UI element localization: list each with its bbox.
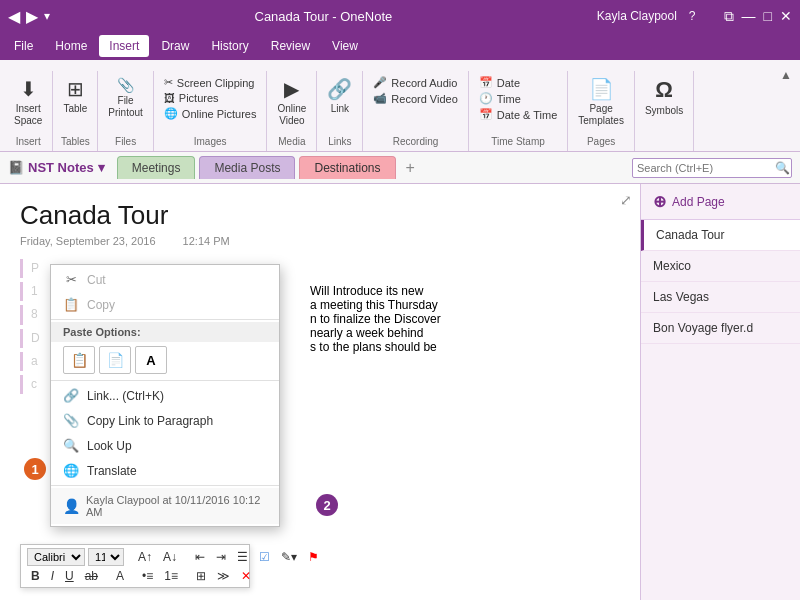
- search-box[interactable]: 🔍: [632, 158, 792, 178]
- help-button[interactable]: ?: [689, 9, 696, 23]
- font-size-select[interactable]: 11: [88, 548, 124, 566]
- ctx-copy[interactable]: 📋 Copy: [51, 292, 279, 317]
- ribbon-group-pages-label: Pages: [574, 136, 628, 151]
- add-page-button[interactable]: ⊕ Add Page: [641, 184, 800, 220]
- record-video-button[interactable]: 📹 Record Video: [369, 91, 461, 106]
- paste-btn-2[interactable]: 📄: [99, 346, 131, 374]
- record-audio-button[interactable]: 🎤 Record Audio: [369, 75, 461, 90]
- table-button[interactable]: ⊞ Table: [59, 75, 91, 117]
- link-button[interactable]: 🔗 Link: [323, 75, 356, 117]
- user-name: Kayla Claypool: [597, 9, 677, 23]
- menu-review[interactable]: Review: [261, 35, 320, 57]
- look-up-icon: 🔍: [63, 438, 79, 453]
- menu-view[interactable]: View: [322, 35, 368, 57]
- font-color-button[interactable]: A: [112, 568, 128, 584]
- style-button[interactable]: ✎▾: [277, 549, 301, 565]
- menu-bar: File Home Insert Draw History Review Vie…: [0, 32, 800, 60]
- list-button[interactable]: ☰: [233, 549, 252, 565]
- ribbon-group-files-label: Files: [104, 136, 146, 151]
- add-tab-button[interactable]: +: [400, 159, 421, 177]
- page-templates-button[interactable]: 📄 PageTemplates: [574, 75, 628, 129]
- bubble-1-container: 1: [24, 458, 46, 480]
- increase-font-button[interactable]: A↑: [134, 549, 156, 565]
- more-button[interactable]: ▾: [44, 9, 50, 23]
- minimize-button[interactable]: —: [742, 8, 756, 25]
- add-page-label: Add Page: [672, 195, 725, 209]
- notebook-name: NST Notes: [28, 160, 94, 175]
- ctx-author: 👤 Kayla Claypool at 10/11/2016 10:12 AM: [51, 488, 279, 524]
- insert-space-button[interactable]: ⬇ InsertSpace: [10, 75, 46, 129]
- flag-button[interactable]: ⚑: [304, 549, 323, 565]
- ribbon-collapse-button[interactable]: ▲: [776, 64, 796, 86]
- ctx-translate[interactable]: 🌐 Translate: [51, 458, 279, 483]
- more-button-fmt[interactable]: ≫: [213, 568, 234, 584]
- maximize-button[interactable]: □: [764, 8, 772, 25]
- copy-link-icon: 📎: [63, 413, 79, 428]
- strikethrough-button[interactable]: ab: [81, 568, 102, 584]
- ctx-cut[interactable]: ✂ Cut: [51, 267, 279, 292]
- page-title: Canada Tour: [20, 200, 620, 231]
- datetime-button[interactable]: 📅 Date & Time: [475, 107, 562, 122]
- body-line-3: n to finalize the Discover: [310, 312, 620, 326]
- close-button[interactable]: ✕: [780, 8, 792, 25]
- italic-button[interactable]: I: [47, 568, 58, 584]
- decrease-font-button[interactable]: A↓: [159, 549, 181, 565]
- paste-btn-1[interactable]: 📋: [63, 346, 95, 374]
- back-button[interactable]: ◀: [8, 7, 20, 26]
- sidebar-page-canada-tour[interactable]: Canada Tour: [641, 220, 800, 251]
- file-printout-button[interactable]: 📎 FilePrintout: [104, 75, 146, 121]
- add-page-icon: ⊕: [653, 192, 666, 211]
- indent-button[interactable]: ⇥: [212, 549, 230, 565]
- sidebar-page-mexico[interactable]: Mexico: [641, 251, 800, 282]
- tab-meetings[interactable]: Meetings: [117, 156, 196, 179]
- search-input[interactable]: [637, 162, 775, 174]
- menu-file[interactable]: File: [4, 35, 43, 57]
- ribbon-group-media: ▶ OnlineVideo Media: [267, 71, 317, 151]
- bold-button[interactable]: B: [27, 568, 44, 584]
- table-icon: ⊞: [67, 77, 84, 101]
- font-select[interactable]: Calibri: [27, 548, 85, 566]
- notebook-title[interactable]: 📓 NST Notes ▾: [8, 160, 105, 175]
- outdent-button[interactable]: ⇤: [191, 549, 209, 565]
- table-fmt-button[interactable]: ⊞: [192, 568, 210, 584]
- link-icon: 🔗: [327, 77, 352, 101]
- ribbon-group-images: ✂ Screen Clipping 🖼 Pictures 🌐 Online Pi…: [154, 71, 268, 151]
- numbering-button[interactable]: 1≡: [160, 568, 182, 584]
- underline-button[interactable]: U: [61, 568, 78, 584]
- title-bar: ◀ ▶ ▾ Canada Tour - OneNote Kayla Claypo…: [0, 0, 800, 32]
- menu-history[interactable]: History: [201, 35, 258, 57]
- menu-home[interactable]: Home: [45, 35, 97, 57]
- restore-button[interactable]: ⧉: [724, 8, 734, 25]
- pictures-button[interactable]: 🖼 Pictures: [160, 91, 261, 105]
- sidebar-page-bon-voyage[interactable]: Bon Voyage flyer.d: [641, 313, 800, 344]
- menu-draw[interactable]: Draw: [151, 35, 199, 57]
- symbols-button[interactable]: Ω Symbols: [641, 75, 687, 119]
- expand-button[interactable]: ⤢: [620, 192, 632, 208]
- search-icon[interactable]: 🔍: [775, 161, 790, 175]
- check-button[interactable]: ☑: [255, 549, 274, 565]
- time-button[interactable]: 🕐 Time: [475, 91, 562, 106]
- clear-button[interactable]: ✕: [237, 568, 255, 584]
- menu-insert[interactable]: Insert: [99, 35, 149, 57]
- online-video-button[interactable]: ▶ OnlineVideo: [273, 75, 310, 129]
- tab-destinations[interactable]: Destinations: [299, 156, 395, 179]
- date-button[interactable]: 📅 Date: [475, 75, 562, 90]
- tab-media-posts[interactable]: Media Posts: [199, 156, 295, 179]
- symbols-icon: Ω: [655, 77, 673, 103]
- ctx-link[interactable]: 🔗 Link... (Ctrl+K): [51, 383, 279, 408]
- online-video-icon: ▶: [284, 77, 299, 101]
- sidebar-page-las-vegas[interactable]: Las Vegas: [641, 282, 800, 313]
- format-row-1: Calibri 11 A↑ A↓ ⇤ ⇥ ☰ ☑ ✎▾ ⚑: [27, 548, 243, 566]
- notebook-dropdown-icon: ▾: [98, 160, 105, 175]
- forward-button[interactable]: ▶: [26, 7, 38, 26]
- ctx-look-up[interactable]: 🔍 Look Up: [51, 433, 279, 458]
- bullets-button[interactable]: •≡: [138, 568, 157, 584]
- ctx-look-up-label: Look Up: [87, 439, 132, 453]
- page-templates-icon: 📄: [589, 77, 614, 101]
- datetime-icon: 📅: [479, 108, 493, 121]
- screen-clipping-button[interactable]: ✂ Screen Clipping: [160, 75, 261, 90]
- ctx-copy-link[interactable]: 📎 Copy Link to Paragraph: [51, 408, 279, 433]
- online-pictures-button[interactable]: 🌐 Online Pictures: [160, 106, 261, 121]
- paste-btn-3[interactable]: A: [135, 346, 167, 374]
- title-bar-left: ◀ ▶ ▾: [8, 7, 50, 26]
